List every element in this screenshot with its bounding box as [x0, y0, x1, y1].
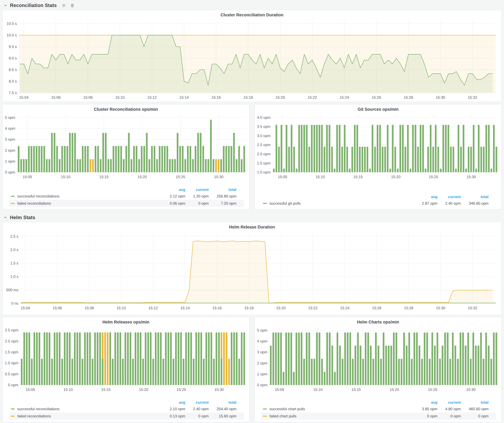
series-current: 0 opm	[438, 414, 461, 418]
series-total: 0 opm	[461, 414, 489, 418]
svg-text:15:12: 15:12	[147, 95, 157, 100]
legend-col-current[interactable]: current	[438, 400, 461, 405]
trash-icon[interactable]	[70, 3, 74, 8]
svg-text:0 opm: 0 opm	[8, 383, 18, 387]
series-label[interactable]: successful reconciliations	[17, 194, 60, 198]
legend-row-failed: failed chart pulls 0 opm 0 opm 0 opm	[261, 412, 496, 420]
svg-text:4.0 opm: 4.0 opm	[257, 115, 270, 120]
svg-text:2.0 opm: 2.0 opm	[5, 339, 18, 343]
legend-row-failed: failed reconciliations 0.06 opm 0 opm 7.…	[9, 200, 244, 207]
legend-col-total[interactable]: total	[209, 400, 236, 405]
svg-text:15:30: 15:30	[214, 175, 223, 179]
svg-text:15:16: 15:16	[212, 306, 222, 310]
panel-helm-releases-opm: Helm Releases ops/min 0 opm0.5 opm1.0 op…	[2, 317, 249, 422]
series-total: 346.80 opm	[461, 201, 489, 206]
legend-col-total[interactable]: total	[461, 400, 489, 405]
svg-text:15:20: 15:20	[276, 95, 285, 100]
chevron-down-icon[interactable]	[4, 216, 7, 219]
svg-text:15:28: 15:28	[404, 95, 413, 100]
svg-text:15:10: 15:10	[313, 388, 323, 392]
svg-text:10.5 s: 10.5 s	[7, 22, 17, 26]
svg-text:15:20: 15:20	[276, 306, 286, 310]
series-avg: 2.12 opm	[162, 194, 185, 198]
helm-charts-chart-canvas[interactable]: 0 opm1 opm2 opm3 opm4 opm5 opm15:0515:10…	[256, 325, 500, 393]
legend-col-current[interactable]: current	[185, 188, 209, 192]
svg-text:15:20: 15:20	[391, 175, 400, 179]
svg-text:15:10: 15:10	[117, 306, 126, 310]
svg-text:5 opm: 5 opm	[257, 328, 267, 332]
svg-text:15:06: 15:06	[53, 306, 62, 310]
legend-col-current[interactable]: current	[438, 195, 461, 199]
panel-cluster-reconciliation-duration: Cluster Reconciliation Duration 7.5 s8.0…	[2, 10, 502, 102]
svg-text:2 opm: 2 opm	[5, 148, 15, 153]
svg-text:15:24: 15:24	[340, 306, 349, 310]
series-current: 0 opm	[185, 414, 209, 418]
svg-text:15:22: 15:22	[308, 95, 317, 100]
svg-text:1 opm: 1 opm	[5, 159, 15, 163]
svg-text:0 ns: 0 ns	[11, 301, 18, 306]
svg-text:1.0 s: 1.0 s	[10, 274, 18, 279]
cluster-reconciliation-duration-chart-canvas[interactable]: 7.5 s8.0 s8.5 s9.0 s9.5 s10.0 s10.5 s15:…	[4, 18, 498, 101]
legend-header-row: avg current total	[9, 400, 244, 405]
panel-title: Cluster Reconciliations ops/min	[4, 105, 248, 113]
series-avg: 2.87 opm	[414, 201, 438, 206]
helm-releases-chart-canvas[interactable]: 0 opm0.5 opm1.0 opm1.5 opm2.0 opm2.5 opm…	[4, 325, 248, 393]
svg-text:0 opm: 0 opm	[257, 383, 267, 387]
chevron-down-icon[interactable]	[4, 4, 7, 7]
legend-header-row: avg current total	[9, 187, 244, 193]
svg-text:15:05: 15:05	[278, 175, 287, 179]
svg-text:1.0 opm: 1.0 opm	[257, 170, 270, 174]
svg-text:15:04: 15:04	[21, 306, 30, 310]
legend-col-avg[interactable]: avg	[162, 400, 185, 405]
svg-text:4 opm: 4 opm	[5, 126, 15, 130]
svg-text:15:15: 15:15	[99, 175, 109, 179]
svg-text:7.5 s: 7.5 s	[9, 91, 17, 95]
series-avg: 0.13 opm	[162, 414, 185, 418]
svg-text:8.5 s: 8.5 s	[9, 68, 17, 72]
svg-text:15:25: 15:25	[176, 175, 185, 179]
dashboard: Reconciliation Stats Cluster Reconciliat…	[0, 0, 504, 422]
svg-text:15:20: 15:20	[390, 388, 399, 392]
series-label[interactable]: successful git pulls	[270, 201, 301, 206]
legend-col-avg[interactable]: avg	[414, 400, 438, 405]
svg-text:15:20: 15:20	[138, 175, 147, 179]
svg-text:4 opm: 4 opm	[257, 339, 267, 343]
cluster-reconciliations-chart-canvas[interactable]: 0 opm1 opm2 opm3 opm4 opm5 opm15:0515:10…	[4, 113, 248, 180]
series-label[interactable]: successful reconciliations	[17, 407, 60, 411]
series-label[interactable]: failed chart pulls	[270, 414, 296, 418]
legend-col-total[interactable]: total	[209, 188, 236, 192]
legend: avg current total successful reconciliat…	[9, 187, 244, 207]
git-sources-chart-canvas[interactable]: 1.0 opm1.5 opm2.0 opm2.5 opm3.0 opm3.5 o…	[256, 113, 500, 180]
panel-title: Cluster Reconciliation Duration	[4, 10, 500, 18]
svg-text:15:25: 15:25	[428, 388, 437, 392]
series-total: 15.60 opm	[209, 414, 236, 418]
svg-text:15:15: 15:15	[353, 175, 363, 179]
series-avg: 0 opm	[414, 414, 438, 418]
section-header-helm-stats[interactable]: Helm Stats	[2, 212, 502, 222]
legend-col-avg[interactable]: avg	[414, 195, 438, 199]
legend-col-current[interactable]: current	[185, 400, 209, 405]
helm-release-duration-chart-canvas[interactable]: 0 ns500 ms1.0 s1.5 s2.0 s2.5 s15:0415:06…	[4, 230, 498, 311]
svg-text:9.5 s: 9.5 s	[9, 45, 17, 49]
svg-text:1 opm: 1 opm	[257, 372, 267, 376]
series-label[interactable]: successful chart pulls	[270, 407, 305, 411]
gear-icon[interactable]	[61, 3, 66, 8]
series-total: 256.80 opm	[209, 194, 236, 198]
svg-text:15:30: 15:30	[436, 95, 445, 100]
svg-text:3 opm: 3 opm	[257, 350, 267, 354]
svg-text:15:24: 15:24	[340, 95, 349, 100]
series-label[interactable]: failed reconciliations	[17, 201, 51, 206]
series-label[interactable]: failed reconciliations	[17, 414, 51, 418]
svg-text:15:30: 15:30	[466, 388, 476, 392]
svg-text:15:30: 15:30	[436, 306, 445, 310]
series-color-dash	[11, 416, 15, 417]
svg-text:15:26: 15:26	[372, 306, 381, 310]
svg-text:0.5 opm: 0.5 opm	[5, 372, 18, 376]
legend-col-avg[interactable]: avg	[162, 188, 185, 192]
svg-text:8.0 s: 8.0 s	[9, 79, 17, 83]
svg-text:15:20: 15:20	[139, 388, 148, 392]
legend-col-total[interactable]: total	[461, 195, 489, 199]
legend: avg current total successful git pulls 2…	[261, 194, 496, 207]
svg-text:15:04: 15:04	[19, 95, 29, 100]
section-header-reconciliation-stats[interactable]: Reconciliation Stats	[2, 0, 502, 10]
